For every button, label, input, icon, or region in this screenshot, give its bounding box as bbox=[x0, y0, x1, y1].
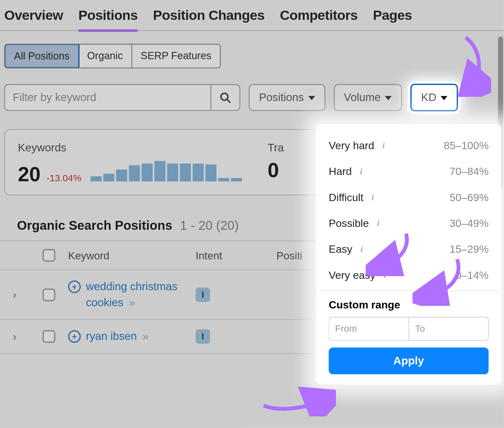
svg-point-0 bbox=[221, 93, 228, 100]
row-checkbox[interactable] bbox=[43, 288, 55, 301]
bar bbox=[180, 164, 191, 182]
col-keyword[interactable]: Keyword bbox=[68, 249, 196, 262]
info-icon[interactable]: i bbox=[358, 245, 366, 253]
segment-organic[interactable]: Organic bbox=[78, 45, 132, 68]
kd-option-label: Easy bbox=[329, 243, 352, 255]
keyword-link[interactable]: ryan ibsen bbox=[86, 330, 137, 343]
add-keyword-icon[interactable]: + bbox=[68, 330, 81, 343]
bar bbox=[167, 164, 178, 182]
kd-option-range: 85–100% bbox=[444, 139, 489, 152]
kd-dropdown-label: KD bbox=[421, 91, 437, 104]
keyword-search-input[interactable] bbox=[5, 85, 210, 110]
segment-serp-features[interactable]: SERP Features bbox=[132, 45, 220, 68]
info-icon[interactable]: i bbox=[381, 271, 389, 279]
expand-row-icon[interactable]: › bbox=[13, 288, 43, 301]
keywords-sparkline bbox=[91, 159, 242, 182]
search-button[interactable] bbox=[210, 85, 239, 110]
positions-dropdown[interactable]: Positions bbox=[249, 84, 325, 111]
bar bbox=[91, 176, 102, 181]
kd-option-range: 15–29% bbox=[450, 243, 489, 255]
chevron-down-icon bbox=[385, 96, 392, 100]
kd-option-range: 30–49% bbox=[450, 217, 489, 229]
select-all-checkbox[interactable] bbox=[43, 249, 55, 262]
positions-dropdown-label: Positions bbox=[259, 91, 304, 104]
kd-option-label: Possible bbox=[329, 217, 369, 229]
bar bbox=[142, 164, 153, 182]
kd-option-range: 0–14% bbox=[455, 269, 489, 281]
volume-dropdown-label: Volume bbox=[344, 91, 381, 104]
kd-option-label: Difficult bbox=[329, 191, 364, 204]
bar bbox=[218, 178, 229, 182]
bar bbox=[116, 170, 127, 182]
col-intent[interactable]: Intent bbox=[196, 249, 277, 262]
chevron-down-icon bbox=[441, 96, 448, 100]
kd-custom-range-inputs bbox=[319, 317, 498, 347]
kd-option-possible[interactable]: Possiblei 30–49% bbox=[319, 210, 498, 236]
section-subtitle: 1 - 20 (20) bbox=[180, 218, 239, 233]
svg-line-1 bbox=[227, 99, 230, 103]
kd-apply-button[interactable]: Apply bbox=[329, 347, 489, 374]
chevron-down-icon bbox=[308, 96, 315, 100]
kd-option-label: Hard bbox=[329, 165, 352, 177]
nav-tabs: Overview Positions Position Changes Comp… bbox=[0, 0, 504, 31]
segment-all-positions[interactable]: All Positions bbox=[4, 44, 80, 68]
stat-keywords: Keywords 20 -13.04% bbox=[18, 141, 242, 186]
kd-to-input[interactable] bbox=[409, 317, 489, 341]
intent-badge: I bbox=[196, 329, 210, 344]
stat-keywords-delta: -13.04% bbox=[47, 173, 82, 184]
bar bbox=[193, 164, 204, 182]
keyword-search bbox=[4, 84, 240, 111]
controls-row: Positions Volume KD bbox=[0, 74, 504, 116]
bar bbox=[129, 165, 140, 181]
scrollbar[interactable] bbox=[498, 37, 503, 189]
bar bbox=[231, 178, 242, 182]
intent-badge: I bbox=[196, 288, 210, 302]
segment-group: All Positions Organic SERP Features bbox=[4, 44, 221, 68]
kd-option-easy[interactable]: Easyi 15–29% bbox=[319, 236, 498, 262]
segment-row: All Positions Organic SERP Features bbox=[0, 31, 504, 74]
tab-positions[interactable]: Positions bbox=[78, 8, 138, 26]
info-icon[interactable]: i bbox=[357, 167, 365, 176]
kd-option-range: 50–69% bbox=[450, 191, 489, 204]
kd-option-label: Very easy bbox=[329, 269, 375, 281]
kd-option-very-hard[interactable]: Very hardi 85–100% bbox=[319, 132, 498, 158]
divider bbox=[319, 290, 498, 291]
tab-competitors[interactable]: Competitors bbox=[280, 8, 358, 26]
info-icon[interactable]: i bbox=[374, 219, 382, 228]
bar bbox=[206, 164, 217, 181]
row-checkbox[interactable] bbox=[43, 330, 55, 343]
kd-option-difficult[interactable]: Difficulti 50–69% bbox=[319, 184, 498, 210]
expand-row-icon[interactable]: › bbox=[13, 330, 43, 343]
volume-dropdown[interactable]: Volume bbox=[334, 84, 402, 111]
kd-from-input[interactable] bbox=[329, 317, 409, 341]
kd-option-range: 70–84% bbox=[450, 165, 489, 177]
stat-keywords-label: Keywords bbox=[18, 141, 242, 154]
kd-custom-range-title: Custom range bbox=[319, 295, 498, 317]
kd-option-very-easy[interactable]: Very easyi 0–14% bbox=[319, 262, 498, 288]
kd-dropdown[interactable]: KD bbox=[410, 84, 458, 111]
bar bbox=[104, 174, 115, 181]
kd-option-label: Very hard bbox=[329, 139, 374, 152]
tab-pages[interactable]: Pages bbox=[373, 8, 412, 26]
stat-keywords-value: 20 bbox=[18, 163, 41, 186]
section-title: Organic Search Positions bbox=[17, 218, 172, 233]
bar bbox=[155, 161, 166, 182]
more-icon[interactable]: » bbox=[129, 296, 134, 309]
info-icon[interactable]: i bbox=[369, 193, 377, 202]
annotation-arrow bbox=[260, 382, 336, 416]
search-icon bbox=[220, 92, 232, 104]
info-icon[interactable]: i bbox=[379, 141, 388, 150]
kd-option-hard[interactable]: Hardi 70–84% bbox=[319, 159, 498, 184]
tab-position-changes[interactable]: Position Changes bbox=[153, 8, 265, 26]
add-keyword-icon[interactable]: + bbox=[68, 280, 81, 293]
tab-overview[interactable]: Overview bbox=[4, 8, 63, 26]
kd-filter-popup: Very hardi 85–100% Hardi 70–84% Difficul… bbox=[319, 127, 498, 381]
more-icon[interactable]: » bbox=[142, 330, 147, 343]
